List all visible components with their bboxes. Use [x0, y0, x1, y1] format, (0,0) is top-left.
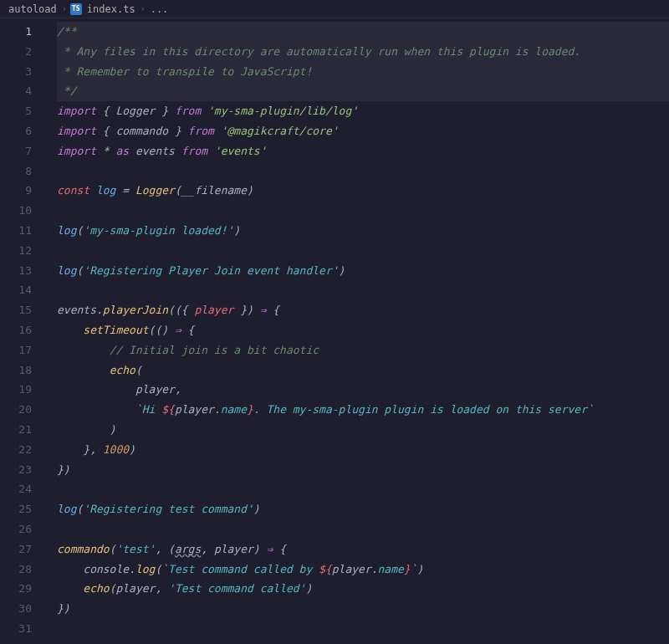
code-line[interactable]: })	[57, 599, 669, 619]
code-line[interactable]	[57, 619, 669, 639]
chevron-right-icon: ›	[137, 4, 149, 13]
code-line[interactable]: commando('test', (args, player) ⇒ {	[57, 539, 669, 560]
typescript-icon: TS	[70, 3, 82, 15]
line-number[interactable]: 6	[0, 121, 47, 141]
line-number[interactable]: 30	[0, 599, 47, 619]
line-number[interactable]: 15	[0, 300, 47, 320]
line-number[interactable]: 3	[0, 62, 47, 82]
comment-text: * Any files in this directory are automa…	[57, 45, 580, 58]
comment-text: * Remember to transpile to JavaScript!	[57, 65, 312, 78]
code-line[interactable]: }, 1000)	[57, 440, 669, 460]
string: 'my-sma-plugin loaded!'	[83, 224, 233, 237]
code-line[interactable]	[57, 519, 669, 539]
code-area[interactable]: /** * Any files in this directory are au…	[47, 18, 669, 644]
line-number[interactable]: 23	[0, 460, 47, 480]
code-line[interactable]	[57, 201, 669, 221]
code-line[interactable]: player,	[57, 380, 669, 400]
code-line[interactable]: })	[57, 460, 669, 480]
code-line[interactable]: */	[57, 81, 669, 101]
code-line[interactable]: import * as events from 'events'	[57, 141, 669, 161]
comment-text: /**	[57, 25, 76, 38]
code-line[interactable]: /**	[57, 22, 669, 42]
breadcrumb-ellipsis[interactable]: ...	[149, 3, 171, 15]
code-line[interactable]: )	[57, 420, 669, 440]
code-line[interactable]: // Initial join is a bit chaotic	[57, 340, 669, 360]
code-line[interactable]	[57, 280, 669, 300]
line-number[interactable]: 5	[0, 101, 47, 121]
line-number-gutter[interactable]: 1234567891011121314151617181920212223242…	[0, 18, 47, 644]
arrow-icon: ⇒	[260, 304, 267, 316]
string: 'test'	[115, 543, 155, 555]
line-number[interactable]: 12	[0, 241, 47, 261]
code-line[interactable]: log('my-sma-plugin loaded!')	[57, 221, 669, 241]
keyword: as	[115, 145, 129, 157]
keyword: import	[57, 145, 96, 157]
breadcrumb[interactable]: autoload › TS index.ts › ...	[0, 0, 669, 18]
line-number[interactable]: 2	[0, 42, 47, 62]
keyword: from	[175, 105, 201, 117]
string: '@magikcraft/core'	[221, 125, 339, 137]
code-line[interactable]: * Remember to transpile to JavaScript!	[57, 62, 669, 82]
line-number[interactable]: 17	[0, 340, 47, 360]
code-line[interactable]: echo(player, 'Test command called')	[57, 579, 669, 599]
comment-text: */	[57, 84, 76, 97]
code-line[interactable]	[57, 241, 669, 261]
line-number[interactable]: 1	[0, 22, 47, 42]
code-line[interactable]	[57, 161, 669, 181]
line-number[interactable]: 24	[0, 479, 47, 499]
line-number[interactable]: 26	[0, 519, 47, 539]
string: 'Registering Player Join event handler'	[83, 264, 338, 277]
line-number[interactable]: 7	[0, 141, 47, 161]
line-number[interactable]: 20	[0, 400, 47, 420]
code-line[interactable]: * Any files in this directory are automa…	[57, 42, 669, 62]
code-line[interactable]: import { commando } from '@magikcraft/co…	[57, 121, 669, 141]
line-number[interactable]: 11	[0, 221, 47, 241]
chevron-right-icon: ›	[59, 4, 70, 13]
line-number[interactable]: 8	[0, 161, 47, 181]
code-line[interactable]: setTimeout(() ⇒ {	[57, 320, 669, 340]
number: 1000	[103, 443, 129, 456]
code-line[interactable]: log('Registering test command')	[57, 499, 669, 519]
string: 'my-sma-plugin/lib/log'	[207, 105, 358, 117]
line-number[interactable]: 28	[0, 560, 47, 580]
line-number[interactable]: 4	[0, 81, 47, 101]
line-number[interactable]: 22	[0, 440, 47, 460]
code-line[interactable]: const log = Logger(__filename)	[57, 181, 669, 201]
keyword: import	[57, 105, 96, 117]
breadcrumb-file[interactable]: index.ts	[85, 3, 137, 15]
line-number[interactable]: 25	[0, 499, 47, 519]
code-line[interactable]: events.playerJoin(({ player }) ⇒ {	[57, 300, 669, 320]
code-line[interactable]: `Hi ${player.name}. The my-sma-plugin pl…	[57, 400, 669, 420]
string: 'Registering test command'	[83, 503, 253, 515]
code-line[interactable]: log('Registering Player Join event handl…	[57, 261, 669, 281]
line-number[interactable]: 31	[0, 619, 47, 639]
code-editor[interactable]: 1234567891011121314151617181920212223242…	[0, 18, 669, 644]
line-number[interactable]: 16	[0, 320, 47, 340]
breadcrumb-folder[interactable]: autoload	[7, 3, 59, 15]
line-number[interactable]: 27	[0, 539, 47, 560]
line-number[interactable]: 10	[0, 201, 47, 221]
comment-text: // Initial join is a bit chaotic	[110, 344, 319, 356]
line-number[interactable]: 9	[0, 181, 47, 201]
code-line[interactable]: import { Logger } from 'my-sma-plugin/li…	[57, 101, 669, 121]
keyword: import	[57, 125, 96, 137]
line-number[interactable]: 14	[0, 280, 47, 300]
keyword: const	[57, 184, 89, 197]
string: 'events'	[214, 145, 267, 157]
code-line[interactable]: echo(	[57, 360, 669, 381]
line-number[interactable]: 18	[0, 360, 47, 381]
code-line[interactable]	[57, 479, 669, 499]
arrow-icon: ⇒	[175, 324, 181, 336]
line-number[interactable]: 21	[0, 420, 47, 440]
keyword: from	[188, 125, 214, 137]
line-number[interactable]: 13	[0, 261, 47, 281]
code-line[interactable]: console.log(`Test command called by ${pl…	[57, 560, 669, 580]
keyword: from	[181, 145, 207, 157]
line-number[interactable]: 19	[0, 380, 47, 400]
string: 'Test command called'	[168, 582, 305, 595]
line-number[interactable]: 29	[0, 579, 47, 599]
